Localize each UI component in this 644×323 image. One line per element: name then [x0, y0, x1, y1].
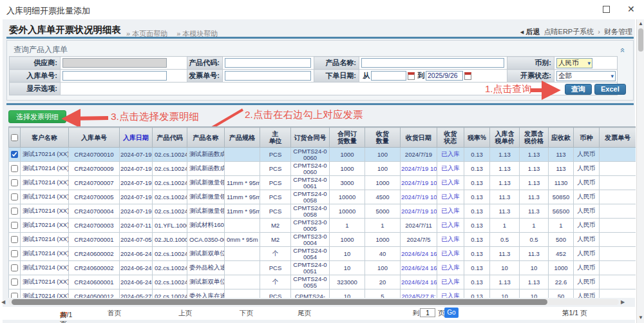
cell-order_no: CR240700005	[69, 190, 120, 204]
breadcrumb-system[interactable]: 点睛ERP子系统	[544, 28, 594, 35]
cell-contract_no: CPMTS24-00060	[291, 148, 330, 162]
product-code-field[interactable]	[225, 58, 311, 68]
column-header-invoice_price: 发票含 税价格	[520, 128, 549, 148]
annotation-step2: 2.点击在右边勾上对应发票	[245, 108, 363, 122]
cell-receivable: 500	[549, 233, 574, 247]
cell-checkbox	[9, 233, 21, 247]
breadcrumb-section[interactable]: 财务管理	[604, 28, 632, 35]
currency-select[interactable]: 人民币 ▾	[556, 58, 592, 68]
collapse-icon[interactable]: »	[618, 48, 625, 52]
invoice-status-select[interactable]: 全部 ▾	[556, 71, 616, 81]
row-checkbox[interactable]	[11, 179, 18, 186]
cell-in_date: 2024-07-19	[120, 148, 153, 162]
cell-status: 已入库	[437, 162, 464, 176]
h-scroll-thumb[interactable]	[12, 299, 547, 305]
first-page-link[interactable]: 首页	[108, 309, 121, 318]
cell-recv_date: 2024/7/19 10	[401, 176, 437, 190]
cell-recv_qty: 1000	[365, 233, 401, 247]
scroll-left-icon[interactable]: ◀	[1, 299, 5, 306]
cell-invoice_no	[600, 289, 636, 299]
cell-customer: 测试170214 (XX)	[21, 289, 69, 299]
scroll-right-icon[interactable]: ▶	[621, 299, 625, 306]
product-name-field[interactable]	[361, 58, 504, 68]
cell-in_date: 2024-07-19	[120, 162, 153, 176]
cell-unit: PCS	[260, 176, 291, 190]
calendar-icon[interactable]	[464, 72, 471, 80]
table-row: 测试170214 (XX)CR2407000052024-07-1902.cs.…	[9, 190, 636, 204]
cell-recv_date: 2024/7/19 10	[401, 204, 437, 219]
cell-spec	[225, 289, 260, 299]
go-button[interactable]: Go	[444, 308, 459, 318]
cell-contract_no: CPMTS23-00004	[291, 233, 330, 247]
row-checkbox[interactable]	[11, 293, 18, 298]
maximize-icon[interactable]	[603, 6, 610, 13]
cell-receivable: 50	[549, 289, 574, 299]
cell-status: 已入库	[437, 190, 464, 204]
row-checkbox[interactable]	[11, 236, 18, 243]
date-to-field[interactable]	[426, 71, 463, 81]
last-page-link[interactable]: 尾页	[298, 309, 311, 318]
scroll-up-icon[interactable]: ▲	[638, 21, 643, 26]
cell-receivable: 113	[549, 162, 574, 176]
cell-contract_no: CPMTS24-00061	[291, 176, 330, 190]
cell-status: 已入库	[437, 176, 464, 190]
cell-recv_qty: 5000	[365, 204, 401, 219]
column-header-in_date[interactable]: 入库日期	[120, 128, 153, 148]
cell-contract_no: CPMTS24-00058	[291, 204, 330, 219]
supplier-label: 供应商:	[10, 57, 61, 70]
vertical-scrollbar: ▲ ▼	[636, 19, 644, 323]
cell-unit: PCS	[260, 204, 291, 219]
cell-product_code: 02.cs.100246	[153, 190, 187, 204]
search-button[interactable]: 查询	[565, 84, 592, 95]
cell-product_code: 02.cs.100241	[153, 162, 187, 176]
cell-contract_no: CPMTS24-00058	[291, 190, 330, 204]
v-scroll-thumb[interactable]	[638, 28, 643, 52]
row-checkbox[interactable]	[11, 165, 18, 172]
cell-contract_qty: 10	[330, 247, 365, 261]
cell-status: 已入库	[437, 247, 464, 261]
next-page-link[interactable]: 下页	[240, 309, 253, 318]
cell-recv_date: 2024/6/24 16	[401, 247, 437, 261]
row-checkbox[interactable]	[11, 250, 18, 257]
date-to-label: 到	[417, 72, 424, 79]
cell-contract_qty: 10000	[330, 204, 365, 219]
row-checkbox[interactable]	[11, 193, 18, 201]
cell-in_date: 2024-07-19	[120, 190, 153, 204]
page-number-input[interactable]	[420, 308, 435, 317]
cell-spec	[225, 247, 260, 261]
invoice-no-field[interactable]	[225, 71, 311, 81]
table-row: 测试170214 (XX)CR2407000012024-07-0502.JL0…	[9, 233, 636, 247]
inbound-no-field[interactable]	[62, 71, 167, 81]
table-row: 测试170214 (XX)CR2407000092024-07-1902.cs.…	[9, 162, 636, 176]
close-icon[interactable]: ✕	[627, 4, 635, 14]
cell-order_no: CR240700009	[69, 162, 120, 176]
row-checkbox[interactable]	[11, 151, 18, 158]
cell-recv_qty: 1000	[365, 176, 401, 190]
cell-customer: 测试170214 (XX)	[21, 275, 69, 289]
scroll-down-icon[interactable]: ▼	[638, 315, 643, 320]
select-all-header[interactable]	[9, 128, 21, 148]
row-checkbox[interactable]	[11, 208, 18, 215]
product-code-label: 产品代码:	[187, 57, 223, 70]
supplier-field[interactable]	[62, 58, 167, 68]
calendar-icon[interactable]	[408, 72, 415, 80]
cell-invoice_price: 11.3	[520, 190, 549, 204]
excel-button[interactable]: Excel	[594, 84, 626, 95]
back-link[interactable]: 后退	[526, 28, 540, 35]
cell-checkbox	[9, 176, 21, 190]
cell-product_name: 测试新微量领	[187, 176, 225, 190]
breadcrumb: ◂ 后退 点睛ERP子系统 › 财务管理	[520, 27, 632, 37]
column-header-currency: 币种	[574, 128, 600, 148]
select-all-checkbox[interactable]	[11, 134, 18, 141]
row-checkbox[interactable]	[11, 279, 18, 286]
annotation-step1: 1.点击查询	[485, 83, 532, 95]
date-from-field[interactable]	[371, 71, 406, 81]
select-invoice-detail-button[interactable]: 选择发票明细	[8, 110, 66, 123]
column-header-contract_qty: 合同订 货数量	[330, 128, 365, 148]
column-header-order_no: 入库单号	[69, 128, 120, 148]
cell-unit: M2	[260, 233, 291, 247]
row-checkbox[interactable]	[11, 222, 18, 229]
row-checkbox[interactable]	[11, 264, 18, 271]
column-header-product_name: 产品名称	[187, 128, 225, 148]
prev-page-link[interactable]: 上页	[178, 309, 192, 318]
